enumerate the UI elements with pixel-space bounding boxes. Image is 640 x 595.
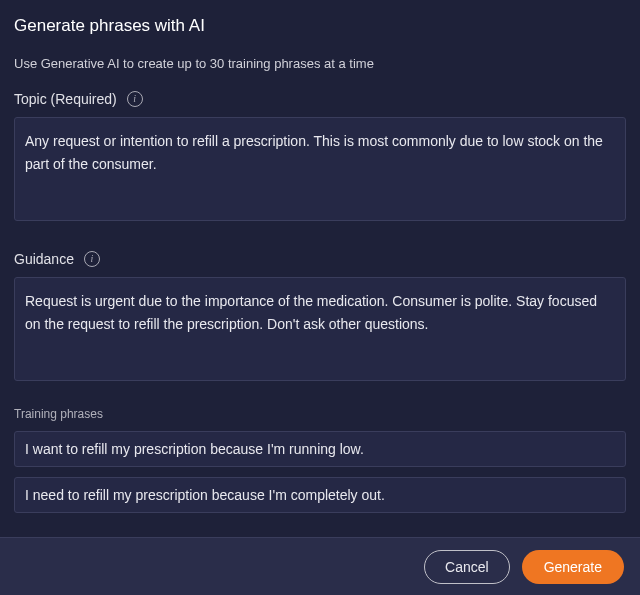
- cancel-button[interactable]: Cancel: [424, 550, 510, 584]
- info-icon[interactable]: i: [127, 91, 143, 107]
- training-phrase-item[interactable]: I want to refill my prescription because…: [14, 431, 626, 467]
- guidance-input[interactable]: [14, 277, 626, 381]
- topic-label: Topic (Required): [14, 91, 117, 107]
- generate-phrases-dialog: Generate phrases with AI Use Generative …: [0, 0, 640, 513]
- dialog-subtitle: Use Generative AI to create up to 30 tra…: [14, 56, 626, 71]
- generate-button[interactable]: Generate: [522, 550, 624, 584]
- dialog-title: Generate phrases with AI: [14, 16, 626, 36]
- training-phrases-label: Training phrases: [14, 407, 626, 421]
- guidance-label-row: Guidance i: [14, 251, 626, 267]
- info-icon[interactable]: i: [84, 251, 100, 267]
- topic-label-row: Topic (Required) i: [14, 91, 626, 107]
- dialog-footer: Cancel Generate: [0, 537, 640, 595]
- guidance-label: Guidance: [14, 251, 74, 267]
- training-phrase-item[interactable]: I need to refill my prescription because…: [14, 477, 626, 513]
- topic-input[interactable]: [14, 117, 626, 221]
